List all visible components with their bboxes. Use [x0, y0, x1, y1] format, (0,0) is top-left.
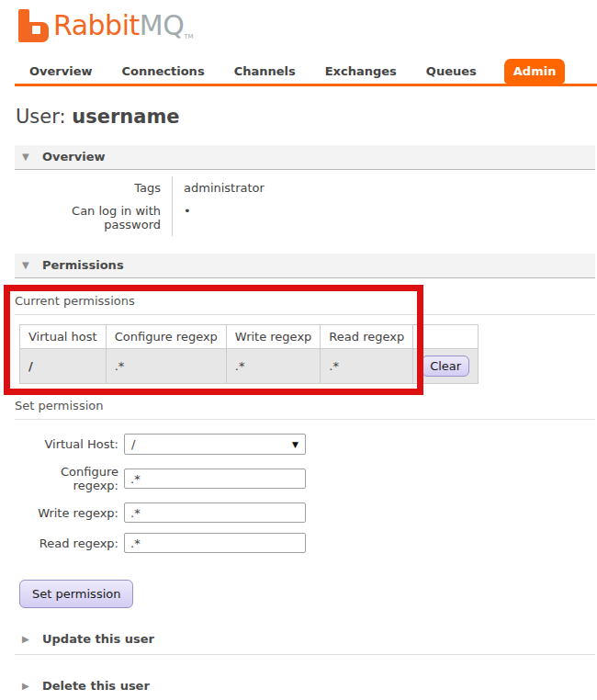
logo-wordmark: RabbitMQTM	[53, 9, 194, 53]
section-label-overview: Overview	[42, 150, 106, 164]
page-title-username: username	[72, 106, 179, 128]
permissions-table: Virtual host Configure regexp Write rege…	[19, 324, 479, 384]
tab-connections[interactable]: Connections	[107, 59, 220, 84]
page-title: User: username	[16, 106, 597, 128]
virtual-host-label: Virtual Host:	[15, 437, 124, 451]
permissions-table-header-row: Virtual host Configure regexp Write rege…	[20, 325, 479, 349]
main-nav-tabs: Overview Connections Channels Exchanges …	[15, 59, 597, 86]
write-regexp-input[interactable]	[124, 502, 306, 523]
section-label-permissions: Permissions	[42, 258, 124, 272]
write-regexp-label: Write regexp:	[15, 506, 124, 520]
section-header-delete-user[interactable]: ▶ Delete this user	[15, 679, 595, 700]
set-permission-block: Set permission Virtual Host: / ▼ Configu…	[15, 399, 595, 608]
tab-admin[interactable]: Admin	[504, 59, 566, 84]
set-permission-heading: Set permission	[15, 399, 595, 420]
tab-exchanges[interactable]: Exchanges	[310, 59, 411, 84]
current-permissions-block: Current permissions Virtual host Configu…	[15, 294, 595, 384]
form-row-write-regexp: Write regexp:	[15, 502, 595, 523]
tab-queues[interactable]: Queues	[411, 59, 491, 84]
rabbitmq-logo[interactable]: RabbitMQTM	[18, 9, 597, 44]
triangle-down-icon: ▼	[22, 152, 42, 162]
virtual-host-selected-value: /	[131, 437, 135, 451]
select-dropdown-arrow-icon: ▼	[292, 440, 298, 449]
triangle-right-icon: ▶	[22, 681, 42, 691]
section-header-overview[interactable]: ▼ Overview	[15, 145, 595, 170]
password-value: •	[173, 199, 191, 236]
logo-trademark: TM	[184, 33, 193, 40]
current-permissions-heading: Current permissions	[15, 294, 595, 315]
read-regexp-input[interactable]	[124, 533, 306, 553]
col-header-write-regexp: Write regexp	[226, 325, 320, 349]
logo-text-rabbit: Rabbit	[53, 9, 140, 41]
tags-value: administrator	[173, 176, 265, 199]
set-permission-button[interactable]: Set permission	[19, 580, 133, 608]
triangle-right-icon: ▶	[22, 634, 42, 644]
triangle-down-icon: ▼	[22, 260, 42, 270]
form-row-configure-regexp: Configure regexp:	[15, 465, 595, 492]
cell-read-regexp: .*	[321, 349, 413, 384]
page-title-prefix: User:	[16, 106, 72, 128]
form-row-virtual-host: Virtual Host: / ▼	[15, 434, 595, 455]
configure-regexp-label: Configure regexp:	[15, 465, 124, 492]
overview-facts: Tags administrator Can log in with passw…	[15, 176, 597, 236]
cell-configure-regexp: .*	[106, 349, 226, 384]
section-label-update-user: Update this user	[42, 632, 154, 646]
form-row-read-regexp: Read regexp:	[15, 533, 595, 553]
tab-channels[interactable]: Channels	[220, 59, 310, 84]
section-header-permissions[interactable]: ▼ Permissions	[15, 254, 595, 278]
fact-row-tags: Tags administrator	[15, 176, 597, 199]
read-regexp-label: Read regexp:	[15, 536, 124, 550]
cell-write-regexp: .*	[226, 349, 320, 384]
table-row: / .* .* .* Clear	[20, 349, 479, 384]
tab-overview[interactable]: Overview	[15, 59, 107, 84]
col-header-action	[413, 325, 479, 349]
rabbitmq-logo-icon	[18, 9, 49, 42]
col-header-read-regexp: Read regexp	[321, 325, 413, 349]
cell-action: Clear	[413, 349, 479, 384]
col-header-configure-regexp: Configure regexp	[106, 325, 226, 349]
section-header-update-user[interactable]: ▶ Update this user	[15, 632, 595, 655]
cell-virtual-host: /	[20, 349, 107, 384]
section-label-delete-user: Delete this user	[42, 679, 150, 693]
virtual-host-select[interactable]: / ▼	[124, 434, 306, 455]
fact-row-password: Can log in with password •	[15, 199, 597, 236]
password-label: Can log in with password	[15, 199, 173, 236]
configure-regexp-input[interactable]	[124, 469, 306, 489]
tags-label: Tags	[15, 176, 173, 199]
clear-permission-button[interactable]: Clear	[422, 356, 469, 377]
col-header-virtual-host: Virtual host	[20, 325, 107, 349]
set-permission-form: Virtual Host: / ▼ Configure regexp: Writ…	[15, 434, 595, 553]
logo-text-mq: MQ	[140, 9, 185, 41]
